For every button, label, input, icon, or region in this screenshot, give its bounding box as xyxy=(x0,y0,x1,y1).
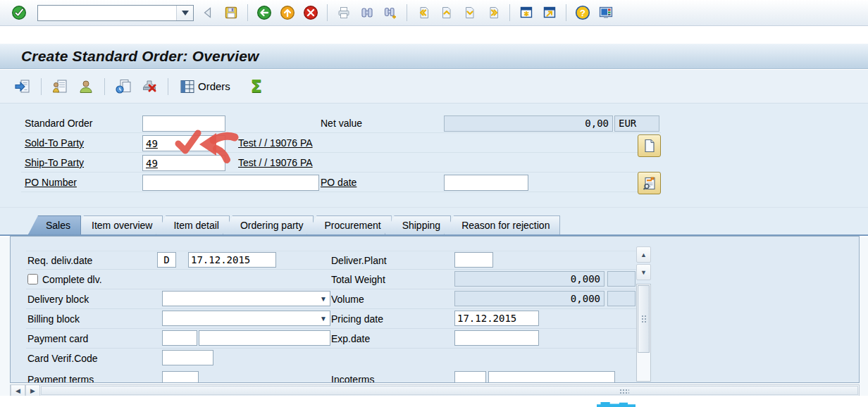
payment-terms-label: Payment terms xyxy=(27,370,94,383)
sold-to-input[interactable] xyxy=(142,135,225,151)
customize-layout-icon[interactable] xyxy=(597,4,615,22)
exp-date-input[interactable] xyxy=(454,330,539,346)
toolbar-separator xyxy=(168,78,168,95)
total-weight-field: 0,000 xyxy=(454,271,604,287)
volume-field: 0,000 xyxy=(454,291,604,306)
save-icon[interactable] xyxy=(222,4,240,22)
display-person-icon[interactable] xyxy=(76,76,96,97)
overview-arrow-icon[interactable] xyxy=(13,76,32,97)
currency-field: EUR xyxy=(614,115,659,132)
horizontal-scroll-thumb[interactable] xyxy=(41,386,858,395)
payment-card-number-input[interactable] xyxy=(199,330,330,346)
vertical-scroll-track[interactable] xyxy=(636,284,651,382)
bottom-strip xyxy=(0,396,868,407)
previous-page-icon[interactable] xyxy=(438,4,456,22)
po-date-label[interactable]: PO date xyxy=(321,173,356,192)
toolbar-separator xyxy=(247,4,248,21)
search-partner-button[interactable] xyxy=(638,172,661,194)
payment-terms-row: Payment terms Incoterms xyxy=(26,370,646,383)
billing-block-label: Billing block xyxy=(27,310,80,328)
delivery-block-dropdown[interactable]: ▼ xyxy=(162,291,330,306)
tab-item-detail[interactable]: Item detail xyxy=(156,215,230,234)
order-header-form: Standard Order Net value 0,00 EUR Sold-T… xyxy=(0,104,868,207)
po-number-label[interactable]: PO Number xyxy=(25,173,77,192)
back-triangle-icon[interactable] xyxy=(199,4,217,22)
first-page-icon[interactable] xyxy=(414,4,433,22)
exit-icon[interactable] xyxy=(278,4,297,22)
sales-tab-panel: Req. deliv.date Deliver.Plant Complete d… xyxy=(10,236,860,383)
reject-document-icon[interactable] xyxy=(140,76,159,97)
chevron-down-icon: ▼ xyxy=(320,315,327,323)
sum-icon[interactable]: Σ xyxy=(249,76,264,97)
print-icon[interactable] xyxy=(335,4,353,22)
help-icon[interactable]: ? xyxy=(574,4,592,22)
scroll-down-button[interactable]: ▼ xyxy=(636,264,651,280)
deliver-plant-input[interactable] xyxy=(454,252,493,268)
document-flow-icon[interactable] xyxy=(113,76,133,97)
standard-order-input[interactable] xyxy=(142,115,225,132)
back-icon[interactable] xyxy=(255,4,273,22)
total-weight-label: Total Weight xyxy=(331,270,385,289)
sold-to-label[interactable]: Sold-To Party xyxy=(25,134,84,152)
create-document-button[interactable] xyxy=(638,134,661,157)
scroll-right-button[interactable]: ▶ xyxy=(25,385,40,396)
tab-item-overview[interactable]: Item overview xyxy=(74,215,163,234)
toolbar-separator xyxy=(407,4,407,21)
incoterms-text-input[interactable] xyxy=(488,371,615,383)
svg-text:?: ? xyxy=(580,8,585,18)
pricing-date-input[interactable] xyxy=(454,311,539,326)
req-deliv-date-label: Req. deliv.date xyxy=(27,251,92,270)
orders-button-label: Orders xyxy=(198,80,230,92)
payment-card-type-input[interactable] xyxy=(162,330,197,346)
payment-card-row: Payment card Exp.date xyxy=(26,330,646,349)
billing-block-dropdown[interactable]: ▼ xyxy=(162,311,330,326)
sold-to-info-link[interactable]: Test / / 19076 PA xyxy=(238,134,313,152)
tab-sales[interactable]: Sales xyxy=(28,215,81,234)
tab-ordering-party[interactable]: Ordering party xyxy=(223,215,314,234)
scroll-up-button[interactable]: ▲ xyxy=(636,246,651,263)
create-shortcut-icon[interactable] xyxy=(540,4,559,22)
complete-dlv-row: Complete dlv. Total Weight 0,000 xyxy=(26,270,646,289)
card-verif-row: Card Verif.Code xyxy=(26,349,646,368)
partial-logo xyxy=(597,402,636,407)
req-deliv-date-row: Req. deliv.date Deliver.Plant xyxy=(26,251,646,270)
incoterms-code-input[interactable] xyxy=(454,371,486,383)
orders-button[interactable]: Orders xyxy=(177,76,233,97)
standard-order-label: Standard Order xyxy=(25,114,93,132)
complete-dlv-label: Complete dlv. xyxy=(42,270,102,289)
billing-block-row: Billing block ▼ Pricing date xyxy=(26,310,646,329)
ship-to-label[interactable]: Ship-To Party xyxy=(25,154,84,172)
req-deliv-type-input[interactable] xyxy=(157,252,176,268)
req-deliv-date-input[interactable] xyxy=(188,252,276,268)
command-input[interactable] xyxy=(38,6,176,20)
command-field[interactable] xyxy=(37,5,194,21)
command-dropdown-icon[interactable] xyxy=(176,6,193,20)
next-page-icon[interactable] xyxy=(461,4,479,22)
enter-icon[interactable] xyxy=(10,4,28,22)
tab-procurement[interactable]: Procurement xyxy=(306,215,391,234)
payment-terms-input[interactable] xyxy=(162,371,199,383)
find-next-icon[interactable] xyxy=(381,4,399,22)
cancel-icon[interactable] xyxy=(302,4,320,22)
ship-to-input[interactable] xyxy=(142,155,225,171)
triangle-down-icon: ▼ xyxy=(640,269,647,276)
complete-dlv-checkbox[interactable] xyxy=(27,274,38,284)
tab-shipping[interactable]: Shipping xyxy=(385,215,452,234)
find-icon[interactable] xyxy=(358,4,376,22)
standard-order-row: Standard Order Net value 0,00 EUR xyxy=(21,114,661,133)
tab-reason-for-rejection[interactable]: Reason for rejection xyxy=(444,215,560,234)
sap-window: ? Create Standard Order: Overview Or xyxy=(0,0,868,407)
last-page-icon[interactable] xyxy=(484,4,502,22)
scroll-left-button[interactable]: ◀ xyxy=(11,385,25,396)
vertical-scroll-thumb[interactable] xyxy=(638,285,650,353)
po-number-input[interactable] xyxy=(142,175,319,191)
card-verif-input[interactable] xyxy=(162,350,213,365)
ship-to-info-link[interactable]: Test / / 19076 PA xyxy=(238,154,313,172)
ship-to-row: Ship-To Party Test / / 19076 PA xyxy=(21,154,661,173)
sold-to-row: Sold-To Party Test / / 19076 PA xyxy=(21,134,661,153)
incoterms-label: Incoterms xyxy=(331,370,374,383)
new-session-icon[interactable] xyxy=(517,4,535,22)
display-header-partner-icon[interactable] xyxy=(50,76,70,97)
table-icon xyxy=(180,79,195,94)
po-date-input[interactable] xyxy=(444,175,528,191)
